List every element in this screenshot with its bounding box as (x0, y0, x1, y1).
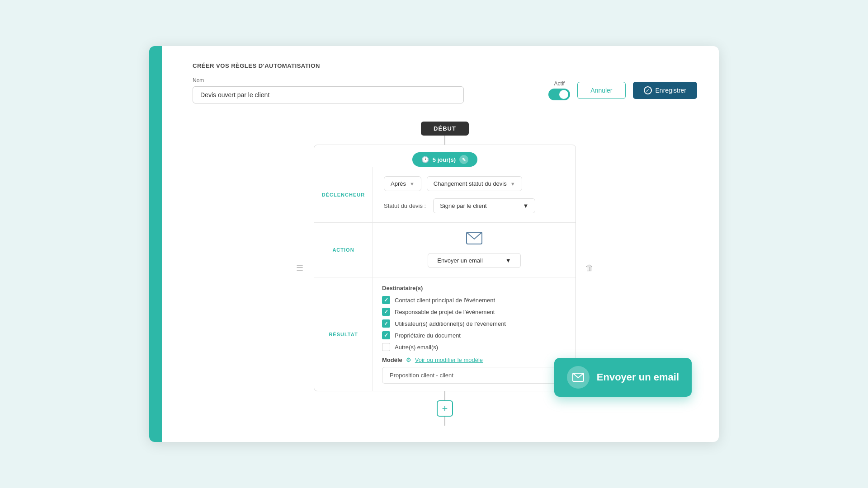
email-icon (466, 232, 482, 248)
declencheur-row: DÉCLENCHEUR Après ▼ Changement statut du… (314, 167, 576, 223)
checkbox-contact[interactable] (382, 296, 390, 304)
list-item: Contact client principal de l'événement (382, 296, 566, 304)
changement-select[interactable]: Changement statut du devis ▼ (427, 176, 522, 191)
action-select[interactable]: Envoyer un email ▼ (428, 253, 520, 268)
debut-badge: DÉBUT (421, 122, 469, 136)
resultat-label: RÉSULTAT (329, 332, 358, 337)
name-input[interactable] (193, 86, 464, 103)
automation-block: ☰ 🗑 🕐 5 jour(s) ✎ DÉCLENCHEUR (314, 145, 576, 391)
timer-value: 5 jour(s) (433, 156, 456, 163)
actif-label: Actif (554, 80, 565, 87)
chevron-down-icon: ▼ (410, 181, 415, 187)
statut-select[interactable]: Signé par le client ▼ (433, 198, 535, 213)
timer-badge[interactable]: 🕐 5 jour(s) ✎ (412, 152, 477, 167)
tooltip-text: Envoyer un email (597, 371, 679, 383)
destinataires-title: Destinataire(s) (382, 285, 566, 291)
connector (444, 136, 445, 145)
drag-handle[interactable]: ☰ (296, 263, 303, 273)
list-item: Propriétaire du document (382, 331, 566, 339)
list-item: Autre(s) email(s) (382, 343, 566, 351)
statut-label: Statut du devis : (384, 202, 426, 209)
action-row: ACTION Envoyer un email ▼ (314, 223, 576, 277)
connector-bottom (444, 391, 445, 400)
modele-select[interactable]: Proposition client - client ▼ (382, 367, 566, 384)
enregistrer-button[interactable]: ✓ Enregistrer (633, 82, 697, 99)
floating-tooltip: Envoyer un email (554, 358, 692, 397)
actif-toggle[interactable] (548, 89, 570, 100)
check-icon: ✓ (644, 86, 652, 94)
clock-icon: 🕐 (421, 156, 429, 163)
voir-modifier-link[interactable]: Voir ou modifier le modèle (415, 357, 483, 363)
chevron-down-icon: ▼ (523, 202, 529, 209)
page-title: CRÉER VOS RÈGLES D'AUTOMATISATION (193, 62, 697, 69)
list-item: Utilisateur(s) additionnel(s) de l'événe… (382, 319, 566, 328)
add-step-button[interactable]: + (437, 400, 453, 417)
nom-label: Nom (193, 77, 464, 84)
chevron-down-icon: ▼ (505, 257, 511, 264)
checkbox-utilisateur[interactable] (382, 319, 390, 328)
list-item: Responsable de projet de l'événement (382, 308, 566, 316)
resultat-row: RÉSULTAT Destinataire(s) Contact client … (314, 277, 576, 391)
declencheur-label: DÉCLENCHEUR (322, 192, 365, 197)
checkbox-autre[interactable] (382, 343, 390, 351)
checkbox-responsable[interactable] (382, 308, 390, 316)
apres-select[interactable]: Après ▼ (384, 176, 421, 191)
annuler-button[interactable]: Annuler (577, 82, 625, 99)
chevron-down-icon: ▼ (510, 181, 515, 187)
tooltip-email-icon (567, 366, 590, 389)
action-label: ACTION (332, 247, 354, 253)
delete-button[interactable]: 🗑 (585, 263, 594, 273)
modele-label: Modèle (382, 357, 402, 363)
checkbox-proprietaire[interactable] (382, 331, 390, 339)
gear-icon[interactable]: ⚙ (406, 357, 411, 363)
edit-timer-icon[interactable]: ✎ (459, 155, 468, 164)
connector-end (444, 417, 445, 426)
